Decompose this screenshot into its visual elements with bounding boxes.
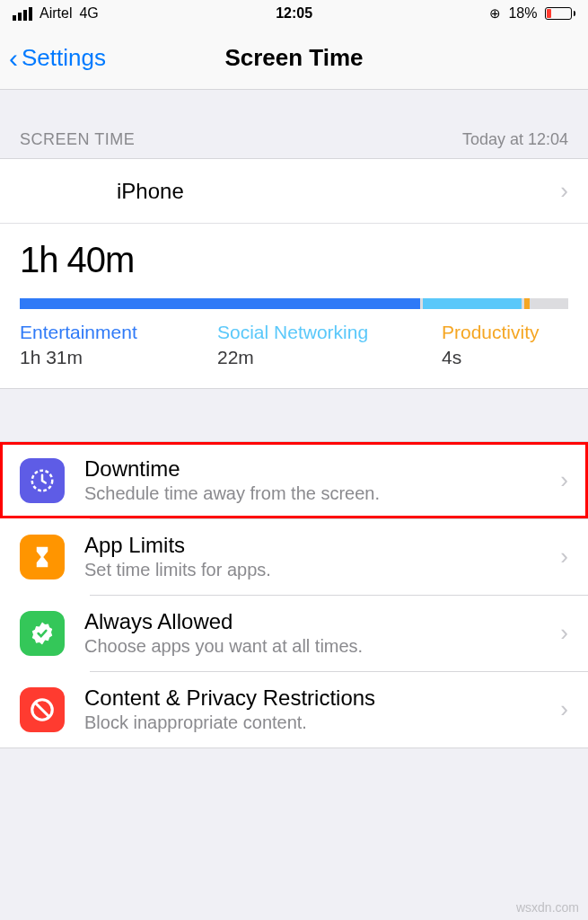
watermark: wsxdn.com [516,900,579,915]
usage-block: 1h 40m Entertainment 1h 31m Social Netwo… [0,224,588,388]
row-subtitle: Block inappropriate content. [84,712,560,733]
category-entertainment: Entertainment 1h 31m [20,322,217,368]
row-text: Always Allowed Choose apps you want at a… [84,609,560,657]
usage-segment-productivity [524,298,530,309]
usage-card: iPhone › 1h 40m Entertainment 1h 31m Soc… [0,158,588,389]
category-social: Social Networking 22m [217,322,442,368]
orientation-lock-icon: ⊕ [489,5,501,22]
category-time: 1h 31m [20,347,217,368]
row-content-privacy[interactable]: Content & Privacy Restrictions Block ina… [0,671,588,748]
row-text: App Limits Set time limits for apps. [84,533,560,580]
settings-list: Downtime Schedule time away from the scr… [0,441,588,748]
device-row[interactable]: iPhone › [0,159,588,224]
row-subtitle: Schedule time away from the screen. [84,483,560,504]
section-header-right: Today at 12:04 [462,130,568,149]
svg-line-2 [36,703,49,716]
row-text: Downtime Schedule time away from the scr… [84,456,560,504]
carrier-label: Airtel [39,5,72,22]
battery-percent-label: 18% [508,5,537,22]
row-subtitle: Choose apps you want at all times. [84,636,560,657]
device-name-label: iPhone [117,179,184,204]
category-name: Productivity [442,322,540,343]
signal-icon [13,7,32,21]
row-title: App Limits [84,533,560,558]
downtime-icon [20,458,65,503]
section-header-left: SCREEN TIME [20,130,135,149]
row-app-limits[interactable]: App Limits Set time limits for apps. › [0,518,588,595]
no-entry-icon [20,687,65,732]
chevron-right-icon: › [560,177,568,205]
category-productivity: Productivity 4s [442,322,540,368]
usage-segment-social [423,298,522,309]
chevron-right-icon: › [560,695,568,723]
usage-segment-empty [532,298,568,309]
chevron-right-icon: › [560,466,568,494]
row-text: Content & Privacy Restrictions Block ina… [84,686,560,733]
row-title: Downtime [84,456,560,482]
chevron-left-icon: ‹ [9,43,18,74]
chevron-right-icon: › [560,619,568,647]
category-name: Social Networking [217,322,442,343]
chevron-right-icon: › [560,543,568,571]
usage-segment-entertainment [20,298,420,309]
category-time: 4s [442,347,540,368]
back-button[interactable]: ‹ Settings [0,43,106,74]
status-right: ⊕ 18% [489,5,575,22]
status-bar: Airtel 4G 12:05 ⊕ 18% [0,0,588,27]
category-name: Entertainment [20,322,217,343]
nav-bar: ‹ Settings Screen Time [0,27,588,90]
section-header: SCREEN TIME Today at 12:04 [0,90,588,158]
row-always-allowed[interactable]: Always Allowed Choose apps you want at a… [0,595,588,671]
usage-bar [20,298,568,309]
clock-label: 12:05 [276,5,312,22]
row-title: Content & Privacy Restrictions [84,686,560,711]
usage-categories: Entertainment 1h 31m Social Networking 2… [20,322,568,368]
status-left: Airtel 4G [13,5,99,22]
badge-check-icon [20,611,65,656]
row-title: Always Allowed [84,609,560,634]
battery-icon [545,7,576,20]
row-downtime[interactable]: Downtime Schedule time away from the scr… [0,442,588,518]
network-label: 4G [79,5,98,22]
hourglass-icon [20,535,65,579]
back-label: Settings [22,44,106,72]
total-usage-time: 1h 40m [20,240,568,280]
row-subtitle: Set time limits for apps. [84,560,560,580]
category-time: 22m [217,347,442,368]
